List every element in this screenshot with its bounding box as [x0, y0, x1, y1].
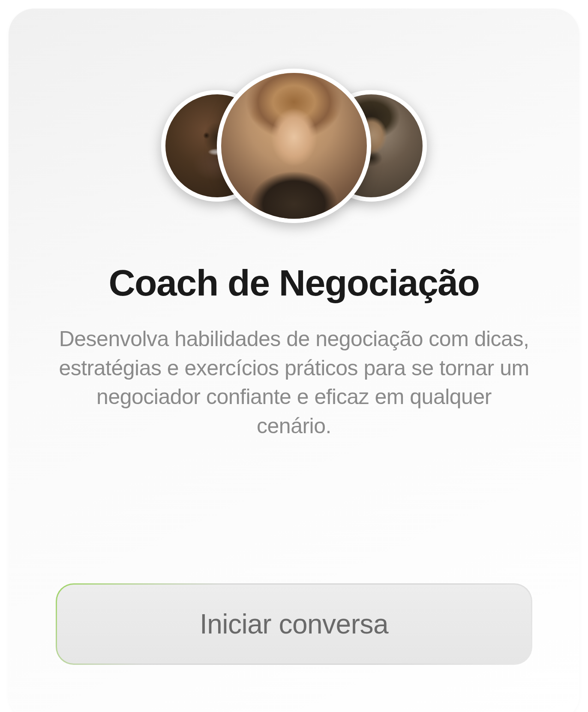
coach-card: Coach de Negociação Desenvolva habilidad… — [9, 9, 579, 712]
avatar-center — [217, 69, 371, 223]
start-conversation-button[interactable]: Iniciar conversa — [57, 585, 531, 664]
card-title: Coach de Negociação — [108, 262, 479, 304]
avatar-group — [148, 69, 440, 223]
start-button-wrapper: Iniciar conversa — [56, 583, 532, 665]
card-description: Desenvolva habilidades de negociação com… — [58, 325, 530, 440]
